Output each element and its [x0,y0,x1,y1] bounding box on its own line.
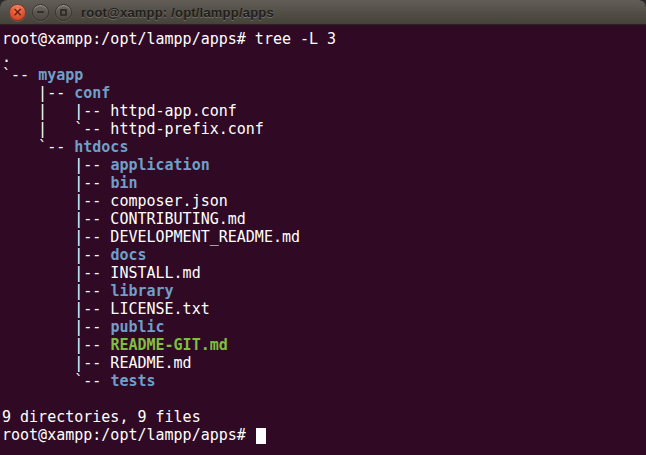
tree-directory-entry: bin [110,174,137,192]
terminal-line: |-- composer.json [2,192,646,210]
terminal-line: |-- README.md [2,354,646,372]
terminal-line: | |-- httpd-app.conf [2,102,646,120]
terminal-line: |-- INSTALL.md [2,264,646,282]
minimize-button[interactable] [32,4,49,21]
terminal-line: root@xampp:/opt/lampp/apps# [2,426,646,444]
tree-directory-entry: application [110,156,209,174]
terminal-text: 9 directories, 9 files [2,408,201,426]
minimize-icon [37,11,44,13]
terminal-text: `-- [2,66,38,84]
window-title: root@xampp: /opt/lampp/apps [81,6,274,19]
terminal-line: |-- public [2,318,646,336]
terminal-text: |-- README.md [2,354,192,372]
terminal-line: . [2,48,646,66]
terminal-line: |-- bin [2,174,646,192]
terminal-text: `-- [2,372,110,390]
tree-directory-entry: myapp [38,66,83,84]
tree-directory-entry: tests [110,372,155,390]
tree-directory-entry: conf [74,84,110,102]
terminal-line: |-- README-GIT.md [2,336,646,354]
terminal-text: |-- DEVELOPMENT_README.md [2,228,300,246]
terminal-text: | |-- httpd-app.conf [2,102,237,120]
tree-directory-entry: library [110,282,173,300]
terminal-text: `-- [2,138,74,156]
terminal-window: × root@xampp: /opt/lampp/apps root@xampp… [0,0,646,455]
terminal-text: |-- composer.json [2,192,228,210]
terminal-line: |-- DEVELOPMENT_README.md [2,228,646,246]
tree-directory-entry: docs [110,246,146,264]
terminal-text: |-- [2,174,110,192]
close-button[interactable]: × [9,4,26,21]
terminal-line: 9 directories, 9 files [2,408,646,426]
window-controls: × [0,4,72,21]
maximize-icon [60,9,67,16]
terminal-text: |-- [2,84,74,102]
terminal-line: | `-- httpd-prefix.conf [2,120,646,138]
titlebar[interactable]: × root@xampp: /opt/lampp/apps [0,0,646,25]
terminal-line: root@xampp:/opt/lampp/apps# tree -L 3 [2,30,646,48]
terminal-text: | `-- httpd-prefix.conf [2,120,264,138]
terminal-text: |-- INSTALL.md [2,264,201,282]
terminal-text: |-- [2,318,110,336]
terminal-text: |-- [2,246,110,264]
terminal-cursor [256,428,266,444]
terminal-line: |-- conf [2,84,646,102]
terminal-line: |-- LICENSE.txt [2,300,646,318]
close-icon: × [12,6,22,18]
terminal-text: |-- LICENSE.txt [2,300,210,318]
terminal-line: |-- library [2,282,646,300]
tree-directory-entry: htdocs [74,138,128,156]
terminal-line [2,390,646,408]
tree-executable-entry: README-GIT.md [110,336,227,354]
terminal-line: `-- tests [2,372,646,390]
terminal-line: `-- htdocs [2,138,646,156]
terminal-text: |-- [2,336,110,354]
terminal-line: |-- docs [2,246,646,264]
terminal-output-area[interactable]: root@xampp:/opt/lampp/apps# tree -L 3.`-… [0,25,646,455]
terminal-text: |-- [2,282,110,300]
maximize-button[interactable] [55,4,72,21]
terminal-line: `-- myapp [2,66,646,84]
terminal-text: |-- CONTRIBUTING.md [2,210,246,228]
terminal-line: |-- CONTRIBUTING.md [2,210,646,228]
terminal-text: root@xampp:/opt/lampp/apps# [2,426,255,444]
terminal-text: root@xampp:/opt/lampp/apps# tree -L 3 [2,30,336,48]
terminal-text: . [2,48,11,66]
terminal-line: |-- application [2,156,646,174]
terminal-text: |-- [2,156,110,174]
tree-directory-entry: public [110,318,164,336]
